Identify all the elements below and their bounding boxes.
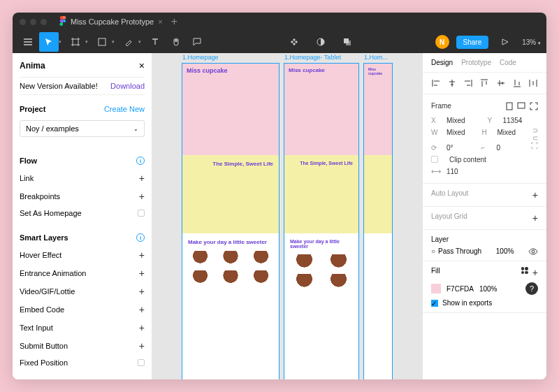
spacing-icon: ⟷ [431, 168, 438, 175]
w-value[interactable]: Mixed [447, 129, 477, 140]
align-controls [423, 73, 546, 94]
smart-video[interactable]: Video/GIF/Lottie+ [20, 282, 145, 300]
frame-tablet[interactable]: 1.Homepage- Tablet Miss cupcake The Simp… [284, 63, 359, 379]
align-right-icon[interactable] [463, 78, 473, 88]
add-auto-layout-icon[interactable]: + [532, 189, 538, 201]
fill-hex[interactable]: F7CFDA [447, 285, 474, 293]
file-tab-title: Miss Cupcake Prototype [71, 17, 154, 26]
portrait-icon[interactable] [506, 102, 513, 110]
traffic-light-close[interactable] [20, 19, 26, 25]
fill-opacity[interactable]: 100% [479, 285, 498, 293]
info-icon[interactable]: i [136, 157, 145, 165]
gap-value[interactable]: 110 [447, 168, 538, 175]
new-tab-icon[interactable]: + [171, 15, 177, 28]
shape-tool-icon[interactable] [92, 32, 112, 52]
radius-value[interactable]: 0 [497, 144, 526, 152]
frame-homepage[interactable]: 1.Homepage Miss cupcake The Simple, Swee… [182, 63, 280, 379]
frame-label[interactable]: 1.Hom... [364, 54, 388, 61]
align-vcenter-icon[interactable] [496, 78, 506, 88]
smart-embed[interactable]: Embed Code+ [20, 300, 145, 319]
traffic-light-max[interactable] [41, 19, 47, 25]
flow-homepage[interactable]: Set As Homepage [20, 205, 145, 221]
chevron-down-icon[interactable]: ▾ [59, 39, 61, 45]
titlebar: Miss Cupcake Prototype × + [13, 13, 546, 31]
add-fill-icon[interactable]: + [532, 267, 538, 278]
plus-icon: + [139, 173, 145, 184]
smart-submit[interactable]: Submit Button+ [20, 337, 145, 355]
blend-mode[interactable]: Pass Through [438, 247, 481, 255]
close-tab-icon[interactable]: × [158, 17, 162, 26]
boolean-icon[interactable] [337, 32, 357, 52]
x-value[interactable]: Mixed [447, 117, 482, 124]
flow-breakpoints[interactable]: Breakpoints+ [20, 187, 145, 205]
svg-point-0 [63, 20, 66, 22]
distribute-icon[interactable] [528, 78, 538, 88]
style-icon[interactable] [521, 267, 528, 274]
avatar[interactable]: N [435, 35, 449, 49]
chevron-down-icon: ⌄ [133, 126, 138, 132]
export-checkbox[interactable]: ✓ [431, 300, 438, 307]
comment-tool-icon[interactable] [187, 32, 207, 52]
smart-layers-label: Smart Layers [20, 233, 68, 242]
corners-icon[interactable]: ⛶ [531, 142, 538, 154]
text-tool-icon[interactable] [145, 32, 165, 52]
checkbox-icon[interactable] [138, 210, 145, 217]
layer-section-label: Layer [431, 235, 538, 247]
inspector-panel: Design Prototype Code Frame [422, 53, 546, 379]
align-left-icon[interactable] [431, 78, 441, 88]
eye-icon[interactable] [528, 248, 538, 255]
project-label: Project [20, 105, 45, 113]
svg-rect-6 [507, 103, 512, 110]
smart-entrance[interactable]: Entrance Animation+ [20, 264, 145, 282]
tab-design[interactable]: Design [431, 59, 453, 66]
fill-swatch[interactable] [431, 284, 441, 293]
pen-tool-icon[interactable] [119, 32, 138, 52]
opacity-value[interactable]: 100% [496, 247, 514, 255]
rotation-value[interactable]: 0° [447, 144, 476, 152]
hand-tool-icon[interactable] [166, 32, 186, 52]
app-window: Miss Cupcake Prototype × + ▾ ▾ ▾ ▾ N Sha… [13, 13, 546, 379]
project-dropdown[interactable]: Noy / examples ⌄ [20, 120, 145, 137]
align-bottom-icon[interactable] [512, 78, 522, 88]
flow-section-label: Flow [20, 157, 37, 165]
link-icon[interactable]: ⊃⊂ [532, 126, 538, 142]
canvas[interactable]: 1.Homepage Miss cupcake The Simple, Swee… [152, 53, 422, 379]
clip-checkbox[interactable] [431, 156, 438, 163]
panel-title: Anima [20, 61, 45, 71]
tab-code[interactable]: Code [500, 59, 516, 66]
info-icon[interactable]: i [136, 233, 145, 242]
traffic-light-min[interactable] [30, 19, 36, 25]
resize-fit-icon[interactable] [530, 102, 538, 110]
mask-icon[interactable] [311, 32, 331, 52]
align-hcenter-icon[interactable] [447, 78, 457, 88]
landscape-icon[interactable] [517, 102, 525, 110]
frame-mobile[interactable]: 1.Hom... Miss cupcake [363, 63, 393, 379]
auto-layout-label: Auto Layout [431, 189, 468, 201]
present-icon[interactable] [495, 32, 515, 52]
file-tab[interactable]: Miss Cupcake Prototype × [59, 16, 163, 27]
smart-hover[interactable]: Hover Effect+ [20, 246, 145, 264]
y-value[interactable]: 11354 [503, 117, 539, 124]
add-grid-icon[interactable]: + [532, 212, 538, 224]
component-icon[interactable] [284, 32, 304, 52]
frame-label[interactable]: 1.Homepage [182, 54, 219, 61]
smart-fixed[interactable]: Fixed Position [20, 355, 145, 370]
create-new-link[interactable]: Create New [104, 105, 145, 113]
help-icon[interactable]: ? [525, 282, 538, 295]
smart-textinput[interactable]: Text Input+ [20, 319, 145, 337]
move-tool-icon[interactable] [39, 32, 59, 52]
tab-prototype[interactable]: Prototype [461, 59, 491, 66]
frame-label[interactable]: 1.Homepage- Tablet [284, 54, 341, 61]
zoom-level[interactable]: 13% ▾ [522, 38, 541, 46]
share-button[interactable]: Share [456, 36, 489, 49]
frame-tool-icon[interactable] [66, 32, 85, 52]
h-value[interactable]: Mixed [498, 129, 528, 140]
menu-icon[interactable] [18, 32, 38, 52]
blend-icon: ○ [431, 247, 435, 255]
flow-link[interactable]: Link+ [20, 169, 145, 187]
figma-logo-icon [59, 16, 66, 27]
close-panel-icon[interactable]: × [139, 60, 145, 71]
align-top-icon[interactable] [479, 78, 489, 88]
frame-section-label: Frame [431, 102, 438, 110]
download-link[interactable]: Download [110, 82, 145, 90]
